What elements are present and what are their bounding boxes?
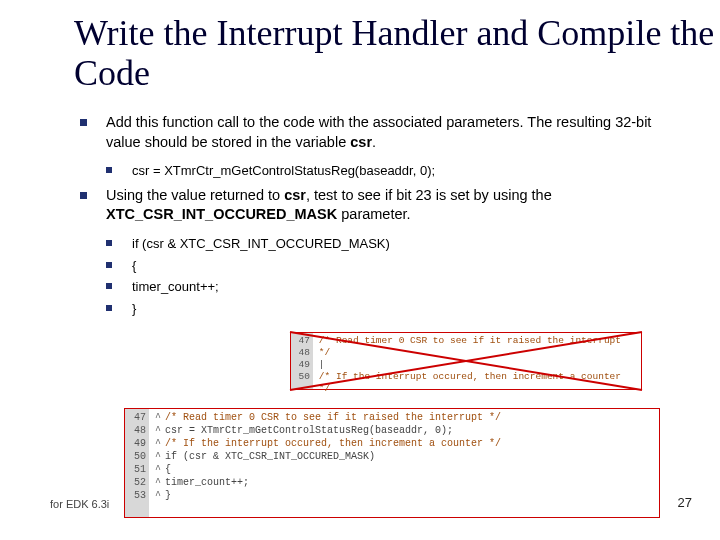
- b2b: csr: [284, 187, 306, 203]
- gutter-large: 47 48 49 50 51 52 53: [125, 409, 149, 517]
- b2a: Using the value returned to: [106, 187, 284, 203]
- footer-text: for EDK 6.3i: [50, 498, 109, 510]
- code-line-2d: }: [106, 300, 680, 318]
- c: /* If the interrupt occured, then increm…: [165, 437, 501, 450]
- bullet-1-text: Add this function call to the code with …: [106, 114, 651, 150]
- cross-icon: [288, 330, 644, 392]
- code-large: ^/* Read timer 0 CSR to see if it raised…: [149, 409, 507, 517]
- ln: 47: [128, 411, 146, 424]
- ln: 53: [128, 489, 146, 502]
- ln: 48: [128, 424, 146, 437]
- bullet-1-end: .: [372, 134, 376, 150]
- bullet-1-bold: csr: [350, 134, 372, 150]
- bullet-2: Using the value returned to csr, test to…: [80, 186, 680, 225]
- c: {: [165, 463, 171, 476]
- b2c: , test to see if bit 23 is set by using …: [306, 187, 552, 203]
- c: }: [165, 489, 171, 502]
- ln: 51: [128, 463, 146, 476]
- slide-title: Write the Interrupt Handler and Compile …: [0, 0, 720, 93]
- ln: 52: [128, 476, 146, 489]
- b2d: XTC_CSR_INT_OCCURED_MASK: [106, 206, 337, 222]
- c: /* Read timer 0 CSR to see if it raised …: [165, 411, 501, 424]
- code-line-2c: timer_count++;: [106, 278, 680, 296]
- page-number: 27: [678, 495, 692, 510]
- code-line-2b: {: [106, 257, 680, 275]
- c: csr = XTmrCtr_mGetControlStatusReg(basea…: [165, 424, 453, 437]
- ln: 50: [128, 450, 146, 463]
- b2e: parameter.: [337, 206, 410, 222]
- code-inset-large: 47 48 49 50 51 52 53 ^/* Read timer 0 CS…: [124, 408, 660, 518]
- c: timer_count++;: [165, 476, 249, 489]
- bullet-1: Add this function call to the code with …: [80, 113, 680, 152]
- code-line-1: csr = XTmrCtr_mGetControlStatusReg(basea…: [106, 162, 680, 180]
- code-line-2a: if (csr & XTC_CSR_INT_OCCURED_MASK): [106, 235, 680, 253]
- c: if (csr & XTC_CSR_INT_OCCURED_MASK): [165, 450, 375, 463]
- slide-body: Add this function call to the code with …: [0, 93, 720, 317]
- ln: 49: [128, 437, 146, 450]
